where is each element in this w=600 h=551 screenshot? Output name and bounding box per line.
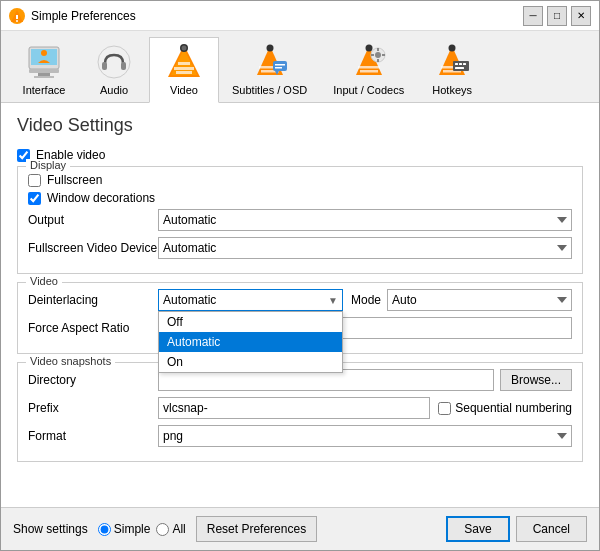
tab-hotkeys[interactable]: Hotkeys — [417, 37, 487, 102]
sequential-numbering-wrap: Sequential numbering — [438, 401, 572, 415]
fullscreen-checkbox[interactable] — [28, 174, 41, 187]
video-group-label: Video — [26, 275, 62, 287]
deinterlace-option-off[interactable]: Off — [159, 312, 342, 332]
maximize-button[interactable]: □ — [547, 6, 567, 26]
mode-select[interactable]: Auto — [387, 289, 572, 311]
fullscreen-device-select-wrap: Automatic — [158, 237, 572, 259]
deinterlace-option-on[interactable]: On — [159, 352, 342, 372]
tab-video[interactable]: Video — [149, 37, 219, 103]
prefix-input-wrap — [158, 397, 430, 419]
output-select[interactable]: Automatic — [158, 209, 572, 231]
browse-button[interactable]: Browse... — [500, 369, 572, 391]
tab-hotkeys-label: Hotkeys — [432, 84, 472, 96]
save-button[interactable]: Save — [446, 516, 509, 542]
deinterlace-label: Deinterlacing — [28, 293, 158, 307]
tab-interface-label: Interface — [23, 84, 66, 96]
snapshots-group-label: Video snapshots — [26, 355, 115, 367]
tab-bar: Interface Audio — [1, 31, 599, 103]
fullscreen-device-select[interactable]: Automatic — [158, 237, 572, 259]
page-title: Video Settings — [17, 115, 583, 136]
cancel-button[interactable]: Cancel — [516, 516, 587, 542]
svg-point-18 — [182, 46, 187, 51]
bottom-bar: Show settings Simple All Reset Preferenc… — [1, 507, 599, 550]
all-radio[interactable] — [156, 523, 169, 536]
title-bar: Simple Preferences ─ □ ✕ — [1, 1, 599, 31]
snapshots-group: Video snapshots Directory Browse... Pref… — [17, 362, 583, 462]
sequential-numbering-checkbox[interactable] — [438, 402, 451, 415]
simple-radio-label[interactable]: Simple — [98, 522, 151, 536]
window-controls: ─ □ ✕ — [523, 6, 591, 26]
svg-rect-1 — [16, 15, 18, 19]
svg-rect-7 — [34, 76, 54, 78]
format-select[interactable]: png jpg tiff — [158, 425, 572, 447]
fullscreen-device-row: Fullscreen Video Device Automatic — [28, 237, 572, 259]
bottom-buttons: Save Cancel — [446, 516, 587, 542]
minimize-button[interactable]: ─ — [523, 6, 543, 26]
svg-point-22 — [266, 45, 273, 52]
sequential-numbering-label[interactable]: Sequential numbering — [455, 401, 572, 415]
prefix-input[interactable] — [158, 397, 430, 419]
prefix-label: Prefix — [28, 401, 158, 415]
interface-tab-icon — [24, 42, 64, 82]
svg-point-30 — [365, 45, 372, 52]
display-group: Display Fullscreen Window decorations Ou… — [17, 166, 583, 274]
svg-rect-41 — [453, 61, 469, 71]
content-area: Video Settings Enable video Display Full… — [1, 103, 599, 507]
output-select-wrap: Automatic — [158, 209, 572, 231]
tab-input[interactable]: Input / Codecs — [320, 37, 417, 102]
simple-label: Simple — [114, 522, 151, 536]
simple-radio[interactable] — [98, 523, 111, 536]
video-tab-icon — [164, 42, 204, 82]
show-settings-area: Show settings Simple All Reset Preferenc… — [13, 516, 446, 542]
svg-point-9 — [98, 46, 130, 78]
svg-rect-36 — [382, 54, 385, 56]
fullscreen-row: Fullscreen — [28, 173, 572, 187]
svg-rect-14 — [174, 67, 194, 70]
show-settings-label: Show settings — [13, 522, 88, 536]
svg-rect-28 — [358, 66, 380, 69]
format-row: Format png jpg tiff — [28, 425, 572, 447]
svg-rect-43 — [459, 63, 462, 65]
deinterlace-row: Deinterlacing Automatic ▼ Off Automatic … — [28, 289, 572, 311]
audio-tab-icon — [94, 42, 134, 82]
svg-rect-10 — [102, 62, 107, 70]
svg-rect-42 — [455, 63, 458, 65]
svg-rect-23 — [273, 61, 287, 71]
all-radio-label[interactable]: All — [156, 522, 185, 536]
mode-label: Mode — [351, 293, 381, 307]
fullscreen-label[interactable]: Fullscreen — [47, 173, 102, 187]
deinterlace-selected-value: Automatic — [163, 293, 216, 307]
svg-rect-26 — [275, 67, 282, 69]
force-aspect-label: Force Aspect Ratio — [28, 321, 158, 335]
svg-point-2 — [16, 20, 18, 22]
tab-subtitles[interactable]: Subtitles / OSD — [219, 37, 320, 102]
format-label: Format — [28, 429, 158, 443]
subtitles-tab-icon — [250, 42, 290, 82]
window-decorations-row: Window decorations — [28, 191, 572, 205]
tab-subtitles-label: Subtitles / OSD — [232, 84, 307, 96]
main-window: Simple Preferences ─ □ ✕ I — [0, 0, 600, 551]
prefix-row: Prefix Sequential numbering — [28, 397, 572, 419]
deinterlace-dropdown-list: Off Automatic On — [158, 311, 343, 373]
tab-audio[interactable]: Audio — [79, 37, 149, 102]
tab-video-label: Video — [170, 84, 198, 96]
window-decorations-label[interactable]: Window decorations — [47, 191, 155, 205]
reset-preferences-button[interactable]: Reset Preferences — [196, 516, 317, 542]
all-label: All — [172, 522, 185, 536]
directory-label: Directory — [28, 373, 158, 387]
input-tab-icon — [349, 42, 389, 82]
deinterlace-option-automatic[interactable]: Automatic — [159, 332, 342, 352]
output-label: Output — [28, 213, 158, 227]
svg-rect-5 — [29, 69, 59, 73]
app-icon — [9, 8, 25, 24]
svg-rect-34 — [377, 59, 379, 62]
enable-video-row: Enable video — [17, 148, 583, 162]
window-decorations-checkbox[interactable] — [28, 192, 41, 205]
fullscreen-device-label: Fullscreen Video Device — [28, 241, 158, 255]
svg-rect-25 — [275, 64, 285, 66]
deinterlace-dropdown-trigger[interactable]: Automatic ▼ — [158, 289, 343, 311]
svg-point-40 — [449, 45, 456, 52]
tab-interface[interactable]: Interface — [9, 37, 79, 102]
svg-rect-15 — [176, 71, 192, 74]
close-button[interactable]: ✕ — [571, 6, 591, 26]
